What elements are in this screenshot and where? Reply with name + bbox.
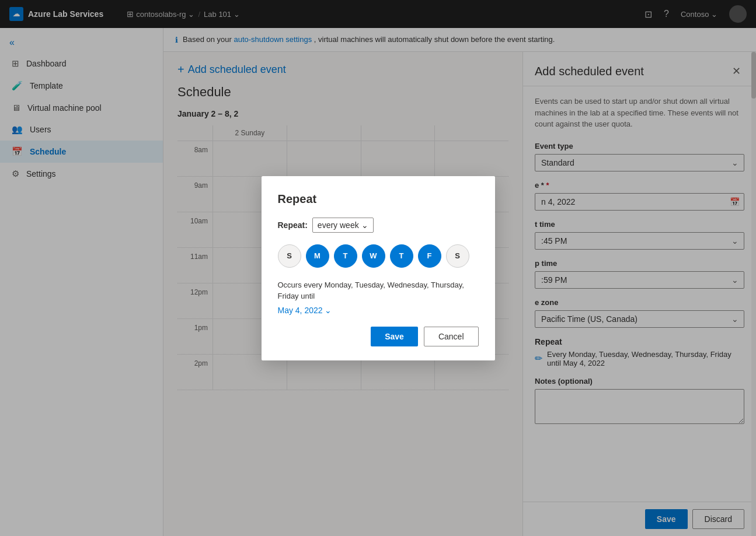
day-button-thu[interactable]: T [390,244,413,268]
repeat-option-row: Repeat: every week ⌄ [278,218,479,233]
day-button-sun[interactable]: S [278,244,301,268]
recurrence-text: Occurs every Monday, Tuesday, Wednesday,… [278,279,479,302]
repeat-modal: Repeat Repeat: every week ⌄ S M T W T F … [262,176,495,360]
modal-overlay: Repeat Repeat: every week ⌄ S M T W T F … [163,28,756,536]
chevron-down-icon: ⌄ [361,220,368,230]
main-content: ℹ Based on your auto-shutdown settings ,… [163,28,756,536]
day-button-sat[interactable]: S [446,244,469,268]
modal-cancel-button[interactable]: Cancel [424,327,479,346]
day-button-mon[interactable]: M [306,244,329,268]
repeat-frequency-dropdown[interactable]: every week ⌄ [312,218,374,233]
chevron-down-icon: ⌄ [325,306,332,315]
modal-title: Repeat [278,192,479,206]
modal-save-button[interactable]: Save [371,327,418,346]
recurrence-until[interactable]: May 4, 2022 ⌄ [278,306,332,315]
day-button-fri[interactable]: F [418,244,441,268]
repeat-option-label: Repeat: [278,220,308,230]
day-button-wed[interactable]: W [362,244,385,268]
repeat-frequency-value: every week [318,220,359,230]
day-buttons-group: S M T W T F S [278,244,479,268]
modal-actions: Save Cancel [278,327,479,346]
day-button-tue[interactable]: T [334,244,357,268]
